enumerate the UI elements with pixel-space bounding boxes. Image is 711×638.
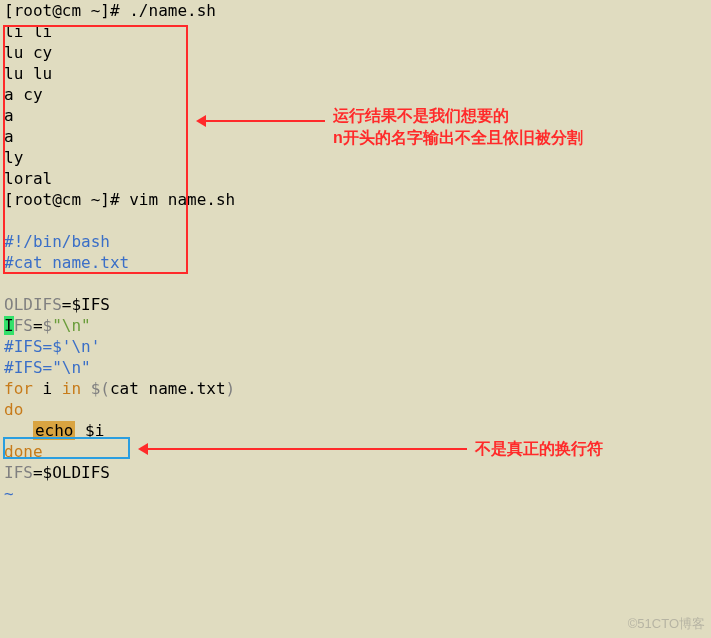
prompt-line-2: [root@cm ~]# vim name.sh <box>0 189 711 210</box>
script-comment: #cat name.txt <box>0 252 711 273</box>
vim-tilde: ~ <box>0 483 711 504</box>
for-line: for i in $(cat name.txt) <box>0 378 711 399</box>
output-line: li li <box>0 21 711 42</box>
script-comment: #IFS="\n" <box>0 357 711 378</box>
watermark: ©51CTO博客 <box>628 613 705 634</box>
arrow-ifs <box>142 448 467 450</box>
output-line: a cy <box>0 84 711 105</box>
done-line: done <box>0 441 711 462</box>
prompt-line-1: [root@cm ~]# ./name.sh <box>0 0 711 21</box>
cmd-2: vim name.sh <box>129 190 235 209</box>
blank-line <box>0 273 711 294</box>
vim-cursor: I <box>4 316 14 335</box>
vim-editor[interactable]: #!/bin/bash #cat name.txt OLDIFS=$IFS IF… <box>0 231 711 504</box>
script-shebang: #!/bin/bash <box>0 231 711 252</box>
do-line: do <box>0 399 711 420</box>
output-line: ly <box>0 147 711 168</box>
annotation-ifs: 不是真正的换行符 <box>475 438 603 460</box>
oldifs-line: OLDIFS=$IFS <box>0 294 711 315</box>
output-line: lu cy <box>0 42 711 63</box>
annotation-top: 运行结果不是我们想要的 n开头的名字输出不全且依旧被分割 <box>333 105 583 149</box>
prompt-2: [root@cm ~]# <box>4 190 129 209</box>
echo-line: echo $i <box>0 420 711 441</box>
ifs-restore-line: IFS=$OLDIFS <box>0 462 711 483</box>
arrow-top <box>200 120 325 122</box>
output-line: lu lu <box>0 63 711 84</box>
ifs-assign-line: IFS=$"\n" <box>0 315 711 336</box>
output-line: loral <box>0 168 711 189</box>
cmd-1: ./name.sh <box>129 1 216 20</box>
prompt-1: [root@cm ~]# <box>4 1 129 20</box>
script-comment: #IFS=$'\n' <box>0 336 711 357</box>
